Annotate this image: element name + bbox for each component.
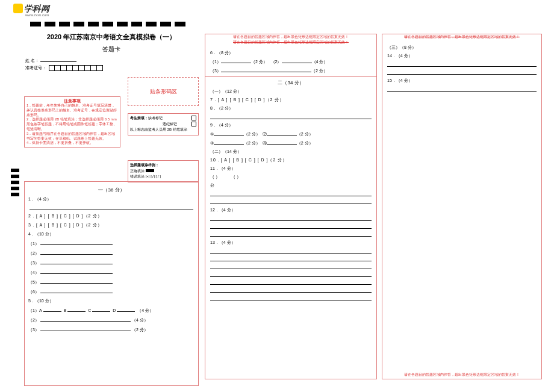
q15-line1[interactable] <box>387 87 537 92</box>
panel-middle: 请在各题目的答题区域内作答，超出黑色矩形边框限定区域的答案无效！ 请在各题目的答… <box>205 34 377 379</box>
q6-row1[interactable]: （1）（2 分） （2）（4 分） <box>210 58 372 65</box>
q7-choice[interactable]: 7．[ A ] [ B ] [ C ] [ D ]（2 分） <box>210 97 372 103</box>
q15: 15．（4 分） <box>387 78 537 84</box>
q12-line1[interactable] <box>210 216 372 221</box>
notice-item-3: 3．请按题号顺序在各题目的答题区域内作答，超出区域书写的答案无效；在草稿纸、试题… <box>26 132 118 142</box>
q11-row[interactable]: （ ） （ ） <box>210 174 372 180</box>
q11-fen: 分 <box>210 182 372 188</box>
q1[interactable]: 1．（4 分） <box>28 196 195 202</box>
subsection-1: （一）（12 分） <box>210 89 372 95</box>
notice-item-1: 1．答题前，考生先将自己的姓名、准考证号填写清楚，并认真核准条形码上的姓名、准考… <box>26 104 118 117</box>
q12: 12．（4 分） <box>210 207 372 213</box>
invigilator-marks: 考生禁填：缺考标记 考生禁填：违纪标记 以上标志由监考人员用 2B 铅笔填涂 <box>128 113 199 135</box>
subsection-2: （二）（14 分） <box>210 149 372 155</box>
warn-bottom: 请在各题目的答题区域内作答，超出黑色矩形边框限定区域的答案无效！ <box>382 372 541 378</box>
q9-row2[interactable]: ③（2 分） ④（2 分） <box>210 140 372 146</box>
q11: 11．（4 分） <box>210 166 372 172</box>
marks-note: 以上标志由监考人员用 2B 铅笔填涂 <box>130 127 196 133</box>
q13-line6[interactable] <box>210 288 372 293</box>
q13-line2[interactable] <box>210 257 372 261</box>
missing-exam-checkbox[interactable] <box>191 116 196 120</box>
name-label: 姓 名： <box>25 57 199 64</box>
q5-1[interactable]: （1）A B C D （4 分） <box>28 307 195 314</box>
q14-line1[interactable] <box>387 62 537 67</box>
q8-line[interactable] <box>210 114 372 119</box>
q4-6[interactable]: （6） <box>28 288 195 295</box>
violation-checkbox[interactable] <box>191 122 196 126</box>
card-title: 答题卡 <box>24 45 199 54</box>
exam-id-row: 准考证号： <box>25 65 199 71</box>
correct-fill-icon <box>146 169 154 172</box>
section-1-title: 一（36 分） <box>28 187 195 193</box>
q11-line2[interactable] <box>210 199 372 204</box>
q13: 13．（4 分） <box>210 240 372 246</box>
q5: 5．（10 分） <box>28 298 195 304</box>
q10-choice[interactable]: 10．[ A ] [ B ] [ C ] [ D ]（2 分） <box>210 157 372 163</box>
q4-5[interactable]: （5） <box>28 279 195 285</box>
panel-left: 2020 年江苏南京中考语文全真模拟卷（一） 答题卡 姓 名： 准考证号： 贴条… <box>24 24 199 379</box>
q4-1[interactable]: （1） <box>28 240 195 247</box>
q8: 8．（2 分） <box>210 105 372 111</box>
site-logo-url: www.zxxk.com <box>25 13 49 17</box>
q14: 14．（4 分） <box>387 53 537 59</box>
notice-item-2: 2．选择题必须用 2B 铅笔填涂；非选择题必须用 0.5 mm 黑色签字笔答题，… <box>26 117 118 131</box>
q3-choice[interactable]: 3．[ A ] [ B ] [ C ] [ D ]（2 分） <box>28 222 195 228</box>
warn-top-3: 请在各题目的答题区域内作答，超出黑色矩形边框限定区域的答案无效！ <box>382 34 541 40</box>
subsection-3: （三）（8 分） <box>387 45 537 51</box>
q11-line1[interactable] <box>210 191 372 196</box>
exam-id-label: 准考证号： <box>25 65 46 71</box>
site-logo-icon <box>13 4 23 13</box>
q13-line3[interactable] <box>210 264 372 269</box>
q9: 9．（4 分） <box>210 122 372 128</box>
warn-top-2b: 请在各题目的答题区域内作答，超出黑色矩形边框限定区域的答案无效！ <box>205 40 376 45</box>
q14-line2[interactable] <box>387 70 537 75</box>
q5-3[interactable]: （3）（2 分） <box>28 326 195 333</box>
q4-3[interactable]: （3） <box>28 260 195 266</box>
q13-line7[interactable] <box>210 296 372 300</box>
notice-header: 注意事项 <box>26 98 118 104</box>
exam-title: 2020 年江苏南京中考语文全真模拟卷（一） <box>24 33 199 42</box>
notice-item-4: 4．保持卡面清洁，不要折叠，不要弄破。 <box>26 141 118 146</box>
exam-id-boxes[interactable] <box>49 65 103 71</box>
q5-2[interactable]: （2）（4 分） <box>28 317 195 323</box>
q12-line2[interactable] <box>210 224 372 229</box>
q4: 4．（10 分） <box>28 231 195 237</box>
q6-row2[interactable]: （3）（2 分） <box>210 67 372 74</box>
q9-row1[interactable]: ①（2 分） ②（2 分） <box>210 131 372 137</box>
timing-marks-left <box>11 169 19 196</box>
notice-box: 注意事项 1．答题前，考生先将自己的姓名、准考证号填写清楚，并认真核准条形码上的… <box>24 96 120 148</box>
section-2-title: 二（34 分） <box>210 79 372 86</box>
warn-top-2a: 请在各题目的答题区域内作答，超出黑色矩形边框限定区域的答案无效！ <box>205 34 376 40</box>
q1-line[interactable] <box>30 205 193 210</box>
q12-line3[interactable] <box>210 232 372 237</box>
q4-2[interactable]: （2） <box>28 250 195 257</box>
panel-right: 请在各题目的答题区域内作答，超出黑色矩形边框限定区域的答案无效！ （三）（8 分… <box>382 34 542 379</box>
barcode-zone: 贴条形码区 <box>128 77 199 106</box>
answer-area-section-1: 一（36 分） 1．（4 分） 2．[ A ] [ B ] [ C ] [ D … <box>24 181 199 386</box>
q13-line1[interactable] <box>210 249 372 254</box>
q2-choice[interactable]: 2．[ A ] [ B ] [ C ] [ D ]（2 分） <box>28 213 195 219</box>
q6: 6．（8 分） <box>210 50 372 56</box>
fill-sample-box: 选择题填涂样例： 正确填涂 错误填涂 [×] [√] [ / ] <box>128 160 199 182</box>
q4-4[interactable]: （4） <box>28 269 195 276</box>
q13-line4[interactable] <box>210 272 372 277</box>
q13-line5[interactable] <box>210 280 372 285</box>
